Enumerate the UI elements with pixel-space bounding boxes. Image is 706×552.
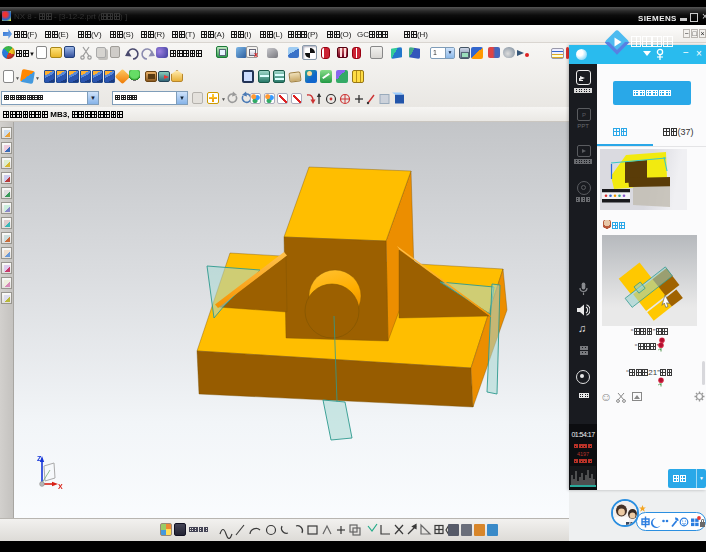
svg-text:X: X [58, 483, 63, 490]
svg-text:Z: Z [37, 455, 42, 462]
